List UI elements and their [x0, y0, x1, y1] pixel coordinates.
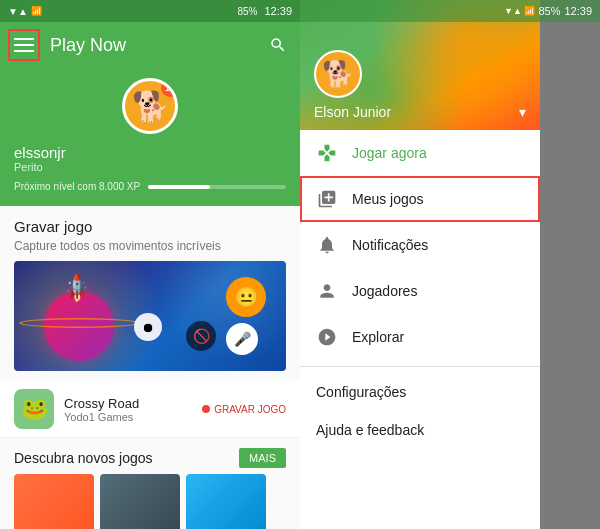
content-area: Gravar jogo Capture todos os movimentos … [0, 206, 300, 529]
xp-row: Próximo nível com 8.000 XP [14, 181, 286, 192]
search-icon [269, 36, 287, 54]
hamburger-line-2 [14, 44, 34, 46]
record-label: GRAVAR JOGO [214, 404, 286, 415]
hamburger-line-3 [14, 50, 34, 52]
configuracoes-label: Configurações [316, 384, 406, 400]
drawer-item-notificacoes[interactable]: Notificações [300, 222, 540, 268]
time-left: 12:39 [264, 5, 292, 17]
notificacoes-label: Notificações [352, 237, 428, 253]
crossy-road-row[interactable]: 🐸 Crossy Road Yodo1 Games GRAVAR JOGO [0, 381, 300, 438]
signal-icon: ▼▲ [8, 6, 28, 17]
xp-label: Próximo nível com 8.000 XP [14, 181, 140, 192]
mais-button[interactable]: MAIS [239, 448, 286, 468]
explore-icon [316, 326, 338, 348]
drawer-item-jogar-agora[interactable]: Jogar agora [300, 130, 540, 176]
profile-section: 🐕 13 elssonjr Perito Próximo nível com 8… [0, 68, 300, 206]
hamburger-button[interactable] [8, 29, 40, 61]
game-dev: Yodo1 Games [64, 411, 192, 423]
signal-icon-right: ▼▲ 📶 [504, 6, 535, 16]
profile-username: elssonjr [14, 144, 66, 161]
explorar-label: Explorar [352, 329, 404, 345]
banner-ring [19, 318, 139, 328]
drawer-username: Elson Junior [314, 104, 513, 120]
banner-no-icon: 🚫 [186, 321, 216, 351]
person-icon [316, 280, 338, 302]
right-panel: ▼▲ 📶 85% 12:39 🐕 Elson Junior ▾ [300, 0, 600, 529]
banner-face-icon: 😐 [226, 277, 266, 317]
drawer-avatar: 🐕 [314, 50, 362, 98]
drawer-avatar-emoji: 🐕 [322, 59, 354, 90]
chevron-down-icon: ▾ [519, 104, 526, 120]
record-section-title: Gravar jogo [0, 206, 300, 239]
navigation-drawer: 🐕 Elson Junior ▾ Jogar agora [300, 0, 540, 529]
record-dot [202, 405, 210, 413]
jogar-agora-label: Jogar agora [352, 145, 427, 161]
drawer-item-jogadores[interactable]: Jogadores [300, 268, 540, 314]
thumbnails-row [0, 474, 300, 529]
jogadores-label: Jogadores [352, 283, 417, 299]
battery-text: 85% [237, 6, 257, 17]
avatar: 🐕 13 [122, 78, 178, 134]
wifi-icon: 📶 [31, 6, 42, 16]
drawer-item-explorar[interactable]: Explorar [300, 314, 540, 360]
drawer-menu: Jogar agora Meus jogos Notificaçõe [300, 130, 540, 529]
bell-icon [316, 234, 338, 256]
banner-icons: 😐 🎤 [226, 277, 266, 355]
hamburger-line-1 [14, 38, 34, 40]
thumbnail-1[interactable] [14, 474, 94, 529]
gamepad-icon [316, 142, 338, 164]
game-emoji: 🐸 [21, 396, 48, 422]
record-section-subtitle: Capture todos os movimentos incríveis [0, 239, 300, 261]
library-icon [316, 188, 338, 210]
thumbnail-2[interactable] [100, 474, 180, 529]
thumbnail-3[interactable] [186, 474, 266, 529]
search-button[interactable] [264, 31, 292, 59]
status-bar-right: ▼▲ 📶 85% 12:39 [300, 0, 600, 22]
crossy-road-icon: 🐸 [14, 389, 54, 429]
avatar-badge: 13 [161, 79, 178, 97]
game-banner: 🚀 😐 🎤 🚫 ⏺ [14, 261, 286, 371]
time-right: 12:39 [564, 5, 592, 17]
drawer-item-configuracoes[interactable]: Configurações [300, 373, 540, 411]
drawer-item-meus-jogos[interactable]: Meus jogos [300, 176, 540, 222]
meus-jogos-label: Meus jogos [352, 191, 424, 207]
xp-bar-fill [148, 185, 210, 189]
top-bar-left: Play Now [0, 22, 300, 68]
status-bar-left: ▼▲ 📶 85% 12:39 [0, 0, 300, 22]
drawer-item-ajuda[interactable]: Ajuda e feedback [300, 411, 540, 449]
game-info: Crossy Road Yodo1 Games [64, 396, 192, 423]
xp-bar-background [148, 185, 286, 189]
drawer-user-row[interactable]: Elson Junior ▾ [314, 104, 526, 120]
drawer-divider [300, 366, 540, 367]
ajuda-label: Ajuda e feedback [316, 422, 424, 438]
banner-mic-icon: 🎤 [226, 323, 258, 355]
left-panel: ▼▲ 📶 85% 12:39 Play Now 🐕 13 [0, 0, 300, 529]
battery-right: 85% [538, 5, 560, 17]
profile-rank: Perito [14, 161, 66, 173]
page-title: Play Now [50, 35, 254, 56]
record-button[interactable]: GRAVAR JOGO [202, 404, 286, 415]
discover-title: Descubra novos jogos [14, 450, 153, 466]
discover-row: Descubra novos jogos MAIS [0, 438, 300, 474]
game-name: Crossy Road [64, 396, 192, 411]
banner-record-icon: ⏺ [134, 313, 162, 341]
